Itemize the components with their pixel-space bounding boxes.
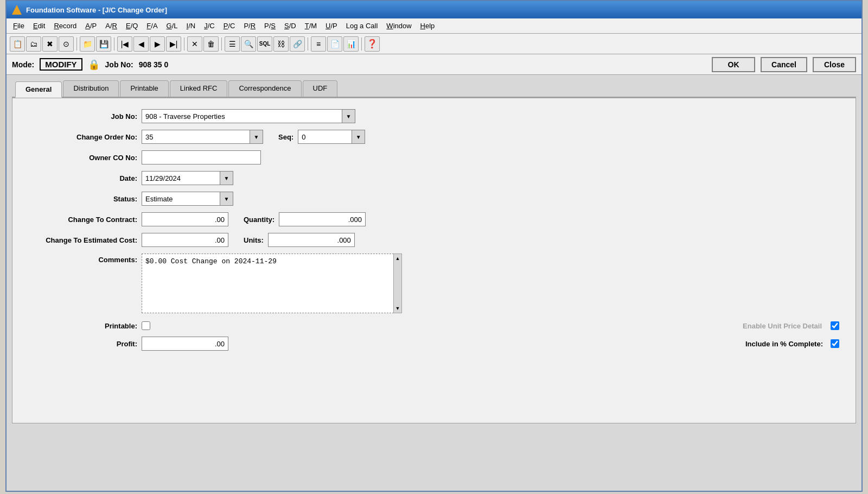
tab-distribution[interactable]: Distribution: [63, 80, 119, 97]
status-label: Status:: [29, 195, 137, 203]
enable-unit-price-detail-label: Enable Unit Price Detail: [743, 322, 822, 330]
scroll-up-icon[interactable]: ▲: [394, 254, 401, 263]
change-order-row: Change Order No: ▼ Seq: ▼: [29, 130, 839, 144]
attach-button[interactable]: 🔗: [290, 36, 305, 52]
menu-tm[interactable]: T/M: [302, 21, 320, 31]
date-wrapper: ▼: [142, 171, 233, 185]
tab-linked-rfc[interactable]: Linked RFC: [170, 80, 228, 97]
search-button[interactable]: 🔍: [241, 36, 256, 52]
close-x-button[interactable]: ✖: [42, 36, 58, 52]
sep6: [361, 37, 362, 50]
status-input[interactable]: [142, 192, 220, 206]
menu-ar[interactable]: A/R: [102, 21, 120, 31]
app-icon: [12, 5, 22, 15]
menu-fa[interactable]: F/A: [143, 21, 161, 31]
cancel-action-button[interactable]: Cancel: [761, 57, 807, 72]
comments-textarea[interactable]: $0.00 Cost Change on 2024-11-29: [142, 254, 402, 313]
date-input[interactable]: [142, 171, 220, 185]
menu-pc[interactable]: P/C: [220, 21, 239, 31]
owner-co-no-input[interactable]: [142, 150, 261, 164]
mode-value: MODIFY: [40, 58, 82, 71]
last-button[interactable]: ▶|: [166, 36, 181, 52]
profit-input[interactable]: [142, 337, 228, 351]
job-no-value: 908 35 0: [139, 60, 169, 69]
tab-printable[interactable]: Printable: [120, 80, 168, 97]
delete-button[interactable]: 🗑: [203, 36, 219, 52]
job-no-dropdown-wrapper: ▼: [142, 109, 355, 123]
pin-button[interactable]: ⊙: [59, 36, 74, 52]
menu-sd[interactable]: S/D: [281, 21, 299, 31]
doc-button[interactable]: 📄: [327, 36, 342, 52]
change-order-no-input[interactable]: [142, 130, 250, 144]
rows-button[interactable]: ≡: [311, 36, 326, 52]
date-dropdown[interactable]: ▼: [220, 171, 233, 185]
date-row: Date: ▼: [29, 171, 839, 185]
save-button[interactable]: 🗂: [26, 36, 41, 52]
units-input[interactable]: [268, 233, 355, 247]
next-button[interactable]: ▶: [150, 36, 165, 52]
help-button[interactable]: ❓: [365, 36, 380, 52]
new-button[interactable]: 📁: [80, 36, 95, 52]
scroll-track: [394, 263, 401, 304]
menu-help[interactable]: Help: [417, 21, 438, 31]
quantity-label: Quantity:: [244, 216, 275, 224]
menu-window[interactable]: Window: [383, 21, 414, 31]
title-bar: Foundation Software - [J/C Change Order]: [7, 1, 861, 18]
mode-bar: Mode: MODIFY 🔒 Job No: 908 35 0 OK Cance…: [7, 54, 861, 75]
scroll-down-icon[interactable]: ▼: [394, 304, 401, 313]
change-order-no-dropdown[interactable]: ▼: [250, 130, 263, 144]
menu-up[interactable]: U/P: [322, 21, 341, 31]
change-to-contract-input[interactable]: [142, 212, 228, 226]
owner-co-row: Owner CO No:: [29, 150, 839, 164]
ok-button[interactable]: OK: [712, 57, 755, 72]
toolbar: 📋 🗂 ✖ ⊙ 📁 💾 |◀ ◀ ▶ ▶| ✕ 🗑 ☰ 🔍 SQL ⛓ 🔗 ≡ …: [7, 34, 861, 54]
prev-button[interactable]: ◀: [133, 36, 149, 52]
include-pct-complete-checkbox[interactable]: [831, 339, 839, 348]
open-book-button[interactable]: 📋: [10, 36, 25, 52]
date-label: Date:: [29, 174, 137, 182]
report-button[interactable]: 📊: [343, 36, 359, 52]
contract-quantity-row: Change To Contract: Quantity:: [29, 212, 839, 226]
close-button[interactable]: Close: [813, 57, 856, 72]
tab-correspondence[interactable]: Correspondence: [228, 80, 301, 97]
window-title: Foundation Software - [J/C Change Order]: [26, 6, 167, 14]
cancel-button[interactable]: ✕: [187, 36, 202, 52]
tab-general[interactable]: General: [15, 81, 62, 98]
list-button[interactable]: ☰: [225, 36, 240, 52]
menu-file[interactable]: File: [10, 21, 28, 31]
menu-gl[interactable]: G/L: [163, 21, 181, 31]
menu-ap[interactable]: A/P: [82, 21, 100, 31]
menu-record[interactable]: Record: [50, 21, 80, 31]
links-button[interactable]: ⛓: [273, 36, 289, 52]
job-no-label: Job No:: [105, 60, 133, 69]
change-to-estimated-cost-input[interactable]: [142, 233, 228, 247]
disk-button[interactable]: 💾: [96, 36, 111, 52]
sql-button[interactable]: SQL: [257, 36, 272, 52]
menu-in[interactable]: I/N: [183, 21, 199, 31]
first-button[interactable]: |◀: [117, 36, 132, 52]
seq-wrapper: ▼: [298, 130, 365, 144]
menu-eq[interactable]: E/Q: [123, 21, 141, 31]
job-no-dropdown-btn[interactable]: ▼: [342, 109, 355, 123]
printable-row: Printable: Enable Unit Price Detail: [29, 321, 839, 330]
enable-unit-price-detail-checkbox[interactable]: [831, 321, 839, 330]
menu-log-call[interactable]: Log a Call: [343, 21, 381, 31]
status-dropdown[interactable]: ▼: [220, 192, 233, 206]
seq-input[interactable]: [298, 130, 352, 144]
comments-wrapper: $0.00 Cost Change on 2024-11-29 ▲ ▼: [142, 254, 402, 315]
menu-ps[interactable]: P/S: [261, 21, 279, 31]
change-order-no-label: Change Order No:: [29, 133, 137, 141]
quantity-input[interactable]: [279, 212, 366, 226]
printable-label: Printable:: [29, 322, 137, 330]
profit-row: Profit: Include in % Complete:: [29, 337, 839, 351]
menu-jc[interactable]: J/C: [201, 21, 218, 31]
tab-udf[interactable]: UDF: [303, 80, 338, 97]
comments-scrollbar[interactable]: ▲ ▼: [393, 254, 402, 313]
mode-label: Mode:: [12, 60, 34, 69]
job-no-input[interactable]: [142, 109, 342, 123]
seq-dropdown[interactable]: ▼: [352, 130, 365, 144]
menu-edit[interactable]: Edit: [30, 21, 48, 31]
status-row: Status: ▼: [29, 192, 839, 206]
menu-pr[interactable]: P/R: [240, 21, 259, 31]
printable-checkbox[interactable]: [142, 321, 150, 330]
